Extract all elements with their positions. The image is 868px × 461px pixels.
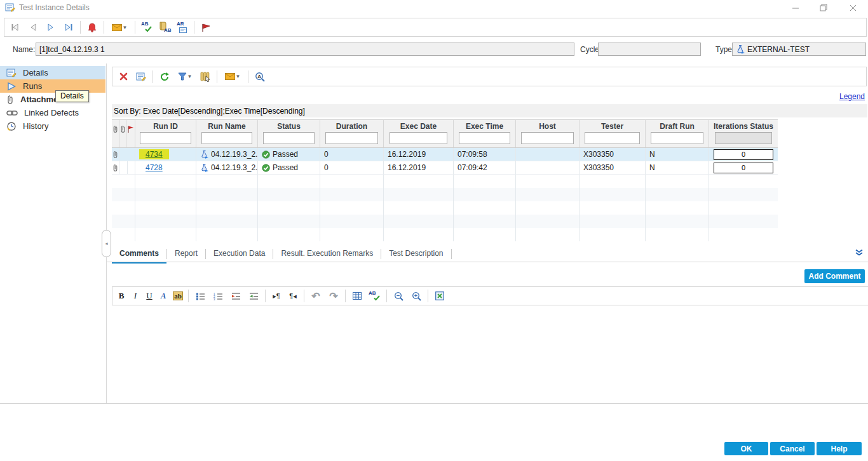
attachment-column-icon[interactable] <box>119 120 126 147</box>
run-id-link[interactable]: 4734 <box>139 149 169 159</box>
paperclip-icon[interactable] <box>112 161 119 175</box>
filter-input-run-name[interactable] <box>201 132 253 144</box>
filter-input-exec-date[interactable] <box>390 132 447 144</box>
attachment-column-icon[interactable] <box>112 120 119 147</box>
sidebar-item-history[interactable]: History <box>0 119 105 133</box>
tab-execution-data[interactable]: Execution Data <box>206 246 273 262</box>
tab-test-description[interactable]: Test Description <box>381 246 451 262</box>
filter-input-host[interactable] <box>521 132 574 144</box>
underline-button[interactable]: U <box>143 288 156 304</box>
filter-input-status[interactable] <box>263 132 315 144</box>
table-row[interactable]: 4734 04.12.19.3_2... Passed 0 16.12.2019… <box>112 148 778 161</box>
insert-table-button[interactable] <box>349 288 365 304</box>
last-record-icon[interactable] <box>60 20 77 35</box>
filter-input-exec-time[interactable] <box>459 132 511 144</box>
svg-text:A: A <box>257 74 261 79</box>
status-cell: Passed <box>258 148 320 161</box>
restore-button[interactable] <box>814 1 833 14</box>
send-mail-icon[interactable]: ▼ <box>107 20 132 35</box>
first-record-icon[interactable] <box>7 20 24 35</box>
ok-button[interactable]: OK <box>724 442 768 455</box>
run-details-icon[interactable] <box>133 69 149 84</box>
tab-result-execution-remarks[interactable]: Result. Execution Remarks <box>273 246 381 262</box>
column-header-duration[interactable]: Duration <box>320 120 384 147</box>
toolbar-separator <box>217 70 217 83</box>
column-header-host[interactable]: Host <box>516 120 580 147</box>
left-to-right-button[interactable]: ▸¶ <box>269 288 284 304</box>
cancel-button[interactable]: Cancel <box>770 442 815 455</box>
redo-button[interactable]: ↷ <box>325 288 342 304</box>
iterations-progress: 0 <box>714 149 773 160</box>
pane-collapse-handle[interactable]: ◂ <box>102 230 111 257</box>
run-id-cell: 4728 <box>135 161 196 175</box>
filter-input-draft-run[interactable] <box>651 132 703 144</box>
dropdown-arrow-icon[interactable]: ▼ <box>236 74 241 79</box>
dropdown-arrow-icon[interactable]: ▼ <box>123 25 128 30</box>
paperclip-icon[interactable] <box>112 148 119 161</box>
filter-input-run-id[interactable] <box>140 132 191 144</box>
bold-button[interactable]: B <box>115 288 128 304</box>
close-icon[interactable] <box>843 1 862 14</box>
run-id-link[interactable]: 4728 <box>139 163 169 173</box>
sidebar-item-attachments[interactable]: Attachments <box>0 93 105 106</box>
font-color-button[interactable]: A <box>157 288 170 304</box>
mail-run-icon[interactable]: ▼ <box>220 69 245 84</box>
column-header-exec-time[interactable]: Exec Time <box>454 120 516 147</box>
find-icon[interactable]: A <box>252 69 268 84</box>
clear-formatting-button[interactable] <box>431 288 448 304</box>
next-record-icon[interactable] <box>43 20 59 35</box>
tab-report[interactable]: Report <box>167 246 205 262</box>
column-header-exec-date[interactable]: Exec Date <box>384 120 454 147</box>
italic-button[interactable]: I <box>129 288 142 304</box>
editor-toolbar: B I U A ab 123 ▸¶ ¶◂ ↶ ↷ AB <box>112 286 868 305</box>
column-header-iterations-status[interactable]: Iterations Status <box>709 120 778 147</box>
window-icon <box>5 3 15 13</box>
table-row[interactable]: 4728 04.12.19.3_2... Passed 0 16.12.2019… <box>112 161 778 175</box>
empty-row <box>112 188 778 201</box>
select-columns-icon[interactable] <box>197 69 214 84</box>
filter-input-duration[interactable] <box>325 132 378 144</box>
zoom-out-button[interactable] <box>390 288 407 304</box>
sidebar-item-linked-defects[interactable]: Linked Defects <box>0 106 105 119</box>
help-button[interactable]: Help <box>817 442 862 455</box>
column-header-run-id[interactable]: Run ID <box>135 120 196 147</box>
tab-comments[interactable]: Comments <box>112 246 166 264</box>
table-header: Run ID Run Name Status Duration Exec Dat… <box>112 119 778 148</box>
runs-table: Run ID Run Name Status Duration Exec Dat… <box>112 119 778 241</box>
bullet-list-button[interactable] <box>192 288 208 304</box>
sidebar-item-runs[interactable]: Runs <box>0 79 105 93</box>
indent-button[interactable] <box>227 288 244 304</box>
alerts-bell-icon[interactable] <box>84 20 100 35</box>
numbered-list-button[interactable]: 123 <box>210 288 226 304</box>
filter-input-tester[interactable] <box>585 132 639 144</box>
highlight-button[interactable]: ab <box>171 288 185 304</box>
cycle-input[interactable] <box>598 43 701 56</box>
column-header-tester[interactable]: Tester <box>580 120 646 147</box>
right-to-left-button[interactable]: ¶◂ <box>285 288 301 304</box>
refresh-icon[interactable] <box>156 69 173 84</box>
follow-up-flag-icon[interactable] <box>198 20 214 35</box>
collapse-chevrons-icon[interactable] <box>855 249 864 257</box>
spell-check-icon[interactable]: AB <box>139 20 155 35</box>
outdent-button[interactable] <box>245 288 262 304</box>
add-comment-button[interactable]: Add Comment <box>804 269 865 283</box>
spelling-options-icon[interactable]: AR <box>174 20 191 35</box>
previous-record-icon[interactable] <box>25 20 41 35</box>
history-clock-icon <box>6 121 17 131</box>
column-header-draft-run[interactable]: Draft Run <box>646 120 709 147</box>
column-header-run-name[interactable]: Run Name <box>196 120 258 147</box>
sidebar-item-details[interactable]: Details <box>0 66 105 79</box>
undo-button[interactable]: ↶ <box>308 288 324 304</box>
legend-link[interactable]: Legend <box>839 92 865 101</box>
delete-run-icon[interactable] <box>115 69 132 84</box>
filter-icon[interactable]: ▼ <box>174 69 196 84</box>
flag-column-icon[interactable] <box>126 120 135 147</box>
name-input[interactable] <box>36 43 574 56</box>
editor-spell-check-button[interactable]: AB <box>367 288 383 304</box>
zoom-in-button[interactable] <box>408 288 424 304</box>
thesaurus-book-icon[interactable]: AB <box>156 20 173 35</box>
dropdown-arrow-icon[interactable]: ▼ <box>187 74 193 79</box>
column-header-status[interactable]: Status <box>258 120 320 147</box>
minimize-button[interactable] <box>786 1 805 14</box>
toolbar-separator <box>104 21 104 34</box>
